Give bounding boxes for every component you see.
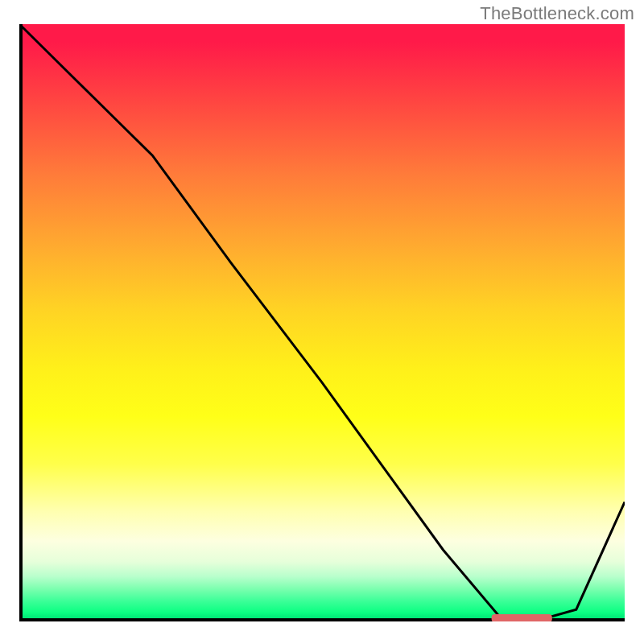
attribution-text: TheBottleneck.com bbox=[480, 3, 634, 24]
data-curve bbox=[19, 24, 625, 621]
plot-outer bbox=[19, 24, 625, 625]
chart-curve-svg bbox=[19, 24, 625, 621]
chart-container: TheBottleneck.com bbox=[0, 0, 644, 644]
floor-marker bbox=[492, 614, 552, 621]
